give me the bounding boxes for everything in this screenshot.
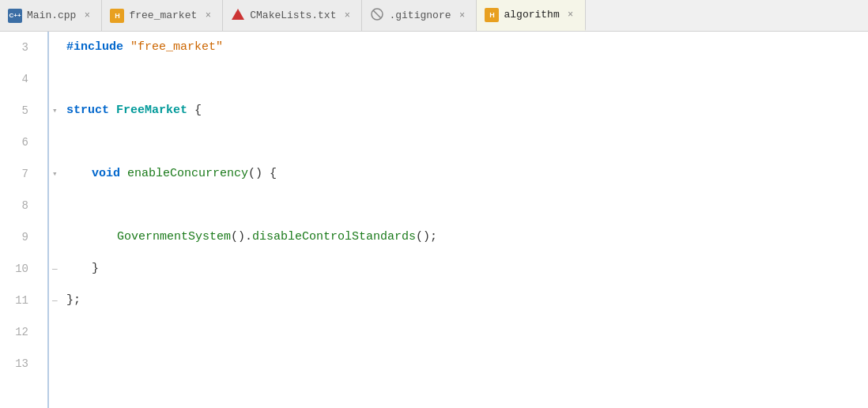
tab-close-button[interactable]: ×: [455, 9, 468, 22]
tab-free-market[interactable]: Hfree_market×: [102, 0, 223, 31]
tab-icon-h: H: [485, 8, 499, 22]
code-line-3: #include "free_market": [52, 32, 868, 63]
tab-label: Main.cpp: [27, 9, 76, 21]
line-number-6: 6: [0, 127, 38, 158]
token: () {: [248, 158, 277, 190]
line-gutter: 345678910111213: [0, 32, 47, 408]
tab-close-button[interactable]: ×: [341, 9, 353, 22]
line-number-4: 4: [0, 63, 38, 95]
code-line-8: [52, 190, 868, 221]
line-number-3: 3: [0, 32, 38, 63]
svg-line-2: [373, 10, 381, 18]
token: ().: [231, 221, 252, 253]
code-area: #include "free_market"▾struct FreeMarket…: [47, 32, 868, 408]
cpp-icon: C++: [8, 9, 22, 23]
tab-gitignore[interactable]: .gitignore×: [362, 0, 477, 31]
token: };: [66, 285, 81, 316]
token: "free_market": [130, 32, 223, 63]
token: disableControlStandards: [252, 221, 416, 253]
line-number-7: 7: [0, 158, 38, 190]
token: FreeMarket: [116, 95, 187, 127]
tab-close-button[interactable]: ×: [564, 9, 577, 21]
tab-main-cpp[interactable]: C++Main.cpp×: [0, 0, 102, 31]
git-icon: [370, 7, 384, 21]
token: GovernmentSystem: [117, 221, 231, 253]
code-line-5: ▾struct FreeMarket {: [52, 95, 868, 127]
line-number-9: 9: [0, 221, 38, 253]
line-number-5: 5: [0, 95, 38, 127]
code-line-6: [52, 127, 868, 158]
fold-marker-5[interactable]: ▾: [52, 106, 58, 115]
tab-label: algorithm: [504, 9, 559, 21]
tab-close-button[interactable]: ×: [81, 9, 93, 22]
tab-label: free_market: [129, 9, 197, 21]
line-number-11: 11: [0, 285, 38, 316]
fold-marker-11[interactable]: —: [52, 296, 58, 305]
token: ();: [416, 221, 437, 253]
token: struct: [66, 95, 116, 127]
tab-icon-cmake: [231, 7, 245, 25]
line-number-8: 8: [0, 190, 38, 221]
tab-close-button[interactable]: ×: [202, 9, 214, 22]
svg-marker-0: [232, 9, 244, 20]
line-number-12: 12: [0, 316, 38, 348]
code-line-10: —}: [52, 253, 868, 285]
token: #include: [66, 32, 130, 63]
code-line-9: GovernmentSystem().disableControlStandar…: [52, 221, 868, 253]
token: void: [92, 158, 127, 190]
tab-icon-h: H: [110, 9, 124, 23]
editor: 345678910111213 #include "free_market"▾s…: [0, 32, 868, 408]
h-icon: H: [485, 8, 499, 22]
tab-bar: C++Main.cpp×Hfree_market×CMakeLists.txt×…: [0, 0, 868, 32]
cmake-icon: [231, 7, 245, 21]
tab-algorithm[interactable]: Halgorithm×: [477, 0, 585, 31]
token: {: [187, 95, 202, 127]
code-line-11: —};: [52, 285, 868, 316]
code-line-7: ▾void enableConcurrency() {: [52, 158, 868, 190]
tab-icon-git: [370, 7, 384, 25]
tab-icon-cpp: C++: [8, 9, 22, 23]
token: enableConcurrency: [127, 158, 248, 190]
h-icon: H: [110, 9, 124, 23]
code-line-13: [52, 348, 868, 380]
token: }: [92, 253, 99, 285]
tab-cmakelists[interactable]: CMakeLists.txt×: [223, 0, 362, 31]
line-number-10: 10: [0, 253, 38, 285]
fold-marker-7[interactable]: ▾: [52, 169, 58, 179]
line-number-13: 13: [0, 348, 38, 380]
code-line-4: [52, 63, 868, 95]
tab-label: .gitignore: [389, 9, 451, 21]
tab-label: CMakeLists.txt: [250, 9, 336, 21]
fold-marker-10[interactable]: —: [52, 264, 58, 274]
code-line-12: [52, 316, 868, 348]
